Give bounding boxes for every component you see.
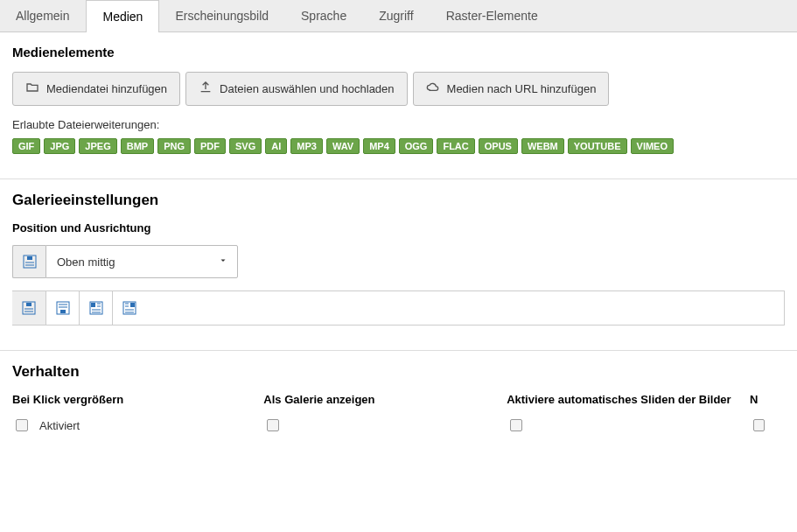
svg-rect-11 [60, 310, 66, 313]
ext-badge: WAV [326, 138, 360, 154]
add-media-file-button[interactable]: Mediendatei hinzufügen [12, 72, 180, 106]
position-select-value: Oben mittig [57, 256, 115, 269]
add-media-url-button[interactable]: Medien nach URL hinzufügen [413, 72, 610, 106]
tab-allgemein[interactable]: Allgemein [0, 0, 86, 32]
behavior-section: Verhalten Bei Klick vergrößern Aktiviert… [0, 351, 797, 443]
upload-files-label: Dateien auswählen und hochladen [220, 82, 395, 95]
upload-icon [199, 80, 213, 97]
cloud-icon [426, 80, 440, 97]
svg-rect-13 [91, 303, 95, 307]
tab-sprache[interactable]: Sprache [285, 0, 363, 32]
svg-rect-5 [26, 303, 31, 306]
behavior-title: Verhalten [12, 363, 785, 381]
ext-badge: OGG [399, 138, 434, 154]
behavior-enlarge: Bei Klick vergrößern Aktiviert [12, 393, 263, 434]
align-option-3[interactable] [79, 291, 112, 325]
as-gallery-label: Als Galerie anzeigen [263, 393, 489, 406]
ext-badge: JPEG [79, 138, 116, 154]
ext-badge: PNG [157, 138, 191, 154]
allowed-extensions-list: GIF JPG JPEG BMP PNG PDF SVG AI MP3 WAV … [12, 138, 785, 154]
ext-badge: JPG [44, 138, 75, 154]
tab-erscheinungsbild[interactable]: Erscheinungsbild [159, 0, 285, 32]
position-preview-icon [12, 245, 45, 278]
ext-badge: VIMEO [631, 138, 674, 154]
svg-rect-19 [130, 303, 135, 307]
add-media-file-label: Mediendatei hinzufügen [46, 82, 167, 95]
align-option-4[interactable] [112, 291, 145, 325]
fourth-checkbox[interactable] [753, 419, 765, 431]
ext-badge: WEBM [521, 138, 564, 154]
position-label: Position und Ausrichtung [12, 221, 785, 234]
tab-raster-elemente[interactable]: Raster-Elemente [430, 0, 555, 32]
align-top-center-icon [23, 255, 37, 269]
tab-bar: Allgemein Medien Erscheinungsbild Sprach… [0, 0, 797, 32]
media-section: Medienelemente Mediendatei hinzufügen Da… [0, 32, 797, 163]
ext-badge: AI [265, 138, 287, 154]
position-field: Oben mittig [12, 245, 785, 278]
auto-slide-checkbox[interactable] [510, 419, 522, 431]
gallery-section: Galerieeinstellungen Position und Ausric… [0, 179, 797, 334]
media-title: Medienelemente [12, 45, 785, 60]
tab-zugriff[interactable]: Zugriff [363, 0, 430, 32]
add-media-url-label: Medien nach URL hinzufügen [447, 82, 597, 95]
align-bottom-center-icon [56, 301, 70, 315]
behavior-fourth: N [750, 393, 785, 434]
align-option-2[interactable] [45, 291, 79, 325]
as-gallery-checkbox[interactable] [267, 419, 279, 431]
behavior-columns: Bei Klick vergrößern Aktiviert Als Galer… [12, 393, 785, 434]
ext-badge: BMP [121, 138, 154, 154]
behavior-auto-slide: Aktiviere automatisches Sliden der Bilde… [507, 393, 750, 434]
alignment-toolbar [12, 290, 785, 326]
ext-badge: MP3 [290, 138, 323, 154]
enlarge-checkbox-label: Aktiviert [39, 419, 80, 432]
align-top-center-icon [22, 301, 36, 315]
folder-icon [25, 80, 39, 97]
ext-badge: FLAC [437, 138, 474, 154]
ext-badge: YOUTUBE [568, 138, 627, 154]
behavior-as-gallery: Als Galerie anzeigen [263, 393, 507, 434]
chevron-down-icon [218, 256, 228, 269]
fourth-label: N [750, 393, 767, 406]
auto-slide-label: Aktiviere automatisches Sliden der Bilde… [507, 393, 732, 406]
position-select[interactable]: Oben mittig [45, 245, 238, 278]
tab-medien[interactable]: Medien [86, 0, 159, 32]
enlarge-label: Bei Klick vergrößern [12, 393, 246, 406]
allowed-extensions-label: Erlaubte Dateierweiterungen: [12, 118, 785, 131]
align-option-1[interactable] [12, 291, 45, 325]
gallery-title: Galerieeinstellungen [12, 192, 785, 209]
upload-files-button[interactable]: Dateien auswählen und hochladen [185, 72, 408, 106]
ext-badge: SVG [229, 138, 262, 154]
svg-rect-1 [27, 256, 32, 260]
align-text-right-icon [122, 301, 136, 315]
align-text-left-icon [89, 301, 103, 315]
ext-badge: GIF [12, 138, 40, 154]
ext-badge: MP4 [363, 138, 395, 154]
enlarge-checkbox[interactable] [16, 419, 28, 431]
media-buttons: Mediendatei hinzufügen Dateien auswählen… [12, 72, 785, 106]
ext-badge: OPUS [479, 138, 518, 154]
ext-badge: PDF [194, 138, 226, 154]
